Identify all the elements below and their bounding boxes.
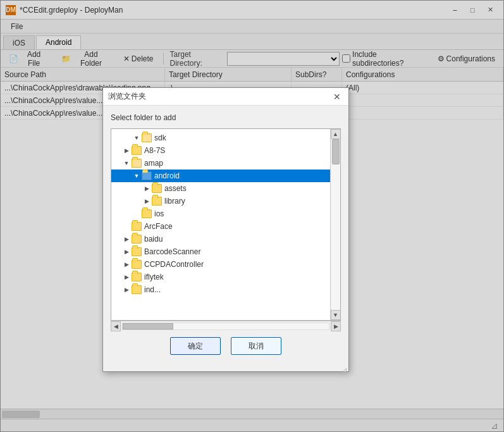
folder-icon-amap — [132, 159, 142, 168]
tree-node-barcode[interactable]: ▶BarcodeScanner — [111, 245, 330, 258]
tree-node-ios[interactable]: ios — [111, 207, 330, 220]
tree-label-ios: ios — [154, 209, 164, 218]
dialog-title-bar: 浏览文件夹 ✕ — [103, 88, 348, 106]
tree-vertical-scrollbar[interactable]: ▲ ▼ — [330, 129, 340, 320]
tree-toggle-a8-7s[interactable]: ▶ — [121, 145, 132, 156]
dialog-content: Select folder to add ▼sdk▶A8-7S▼amap▼and… — [103, 106, 348, 367]
tree-toggle-baidu[interactable]: ▶ — [121, 234, 132, 244]
tree-label-assets: assets — [164, 184, 187, 193]
folder-icon-arcface — [132, 222, 142, 231]
folder-icon-ios — [142, 209, 152, 218]
dialog-resize-grip: ⊿ — [103, 367, 348, 371]
scroll-track[interactable] — [331, 139, 340, 310]
cancel-button[interactable]: 取消 — [231, 337, 281, 355]
dialog-title: 浏览文件夹 — [108, 91, 146, 102]
tree-node-iflytek[interactable]: ▶iflytek — [111, 271, 330, 283]
folder-icon-library — [152, 197, 162, 206]
hscroll-left-arrow[interactable]: ◀ — [111, 321, 121, 331]
tree-label-baidu: baidu — [144, 235, 163, 244]
tree-node-baidu[interactable]: ▶baidu — [111, 233, 330, 245]
tree-node-library[interactable]: ▶library — [111, 195, 330, 207]
tree-toggle-android[interactable]: ▼ — [132, 171, 142, 181]
folder-icon-sdk — [142, 133, 152, 142]
tree-toggle-library[interactable]: ▶ — [142, 196, 152, 206]
tree-node-assets[interactable]: ▶assets — [111, 182, 330, 195]
tree-label-android: android — [154, 171, 180, 180]
folder-icon-assets — [152, 184, 162, 193]
tree-label-barcode: BarcodeScanner — [144, 247, 200, 256]
confirm-button[interactable]: 确定 — [170, 337, 221, 355]
tree-horizontal-scrollbar[interactable]: ◀ ▶ — [111, 321, 341, 331]
tree-toggle-sdk[interactable]: ▼ — [132, 133, 142, 143]
hscroll-thumb[interactable] — [123, 323, 173, 330]
folder-icon-indot — [132, 285, 142, 294]
tree-toggle-amap[interactable]: ▼ — [121, 158, 132, 168]
tree-area: ▼sdk▶A8-7S▼amap▼android▶assets▶libraryio… — [111, 128, 341, 321]
dialog-buttons: 确定 取消 — [111, 331, 341, 360]
folder-icon-barcode — [132, 247, 142, 256]
folder-icon-baidu — [132, 235, 142, 244]
tree-node-sdk[interactable]: ▼sdk — [111, 132, 330, 144]
tree-container[interactable]: ▼sdk▶A8-7S▼amap▼android▶assets▶libraryio… — [111, 129, 330, 320]
tree-label-sdk: sdk — [154, 133, 166, 142]
tree-label-iflytek: iflytek — [144, 273, 164, 281]
scroll-up-arrow[interactable]: ▲ — [331, 129, 341, 139]
tree-label-indot: ind... — [144, 285, 161, 294]
folder-icon-iflytek — [132, 273, 142, 281]
hscroll-right-arrow[interactable]: ▶ — [331, 321, 341, 331]
tree-node-ccpda[interactable]: ▶CCPDAController — [111, 258, 330, 271]
folder-icon-android — [142, 171, 152, 180]
hscroll-track[interactable] — [122, 323, 329, 330]
tree-node-indot[interactable]: ▶ind... — [111, 283, 330, 296]
tree-node-amap[interactable]: ▼amap — [111, 157, 330, 170]
tree-label-amap: amap — [144, 159, 163, 168]
folder-icon-a8-7s — [132, 146, 142, 155]
tree-label-ccpda: CCPDAController — [144, 260, 204, 269]
tree-node-a8-7s[interactable]: ▶A8-7S — [111, 144, 330, 157]
tree-node-android[interactable]: ▼android — [111, 170, 330, 182]
scroll-down-arrow[interactable]: ▼ — [331, 310, 341, 320]
scroll-thumb[interactable] — [332, 139, 340, 164]
tree-label-a8-7s: A8-7S — [144, 146, 165, 155]
tree-node-arcface[interactable]: ArcFace — [111, 220, 330, 233]
tree-toggle-indot[interactable]: ▶ — [121, 285, 132, 295]
tree-label-arcface: ArcFace — [144, 222, 173, 231]
dialog-subtitle: Select folder to add — [111, 113, 341, 122]
browse-folder-dialog: 浏览文件夹 ✕ Select folder to add ▼sdk▶A8-7S▼… — [102, 87, 349, 372]
resize-icon: ⊿ — [342, 366, 347, 373]
folder-icon-ccpda — [132, 260, 142, 269]
tree-toggle-ccpda[interactable]: ▶ — [121, 259, 132, 269]
dialog-close-button[interactable]: ✕ — [331, 91, 343, 102]
tree-toggle-assets[interactable]: ▶ — [142, 183, 152, 194]
tree-toggle-iflytek[interactable]: ▶ — [121, 272, 132, 282]
tree-label-library: library — [164, 197, 185, 206]
modal-overlay: 浏览文件夹 ✕ Select folder to add ▼sdk▶A8-7S▼… — [0, 0, 504, 432]
tree-toggle-barcode[interactable]: ▶ — [121, 247, 132, 257]
